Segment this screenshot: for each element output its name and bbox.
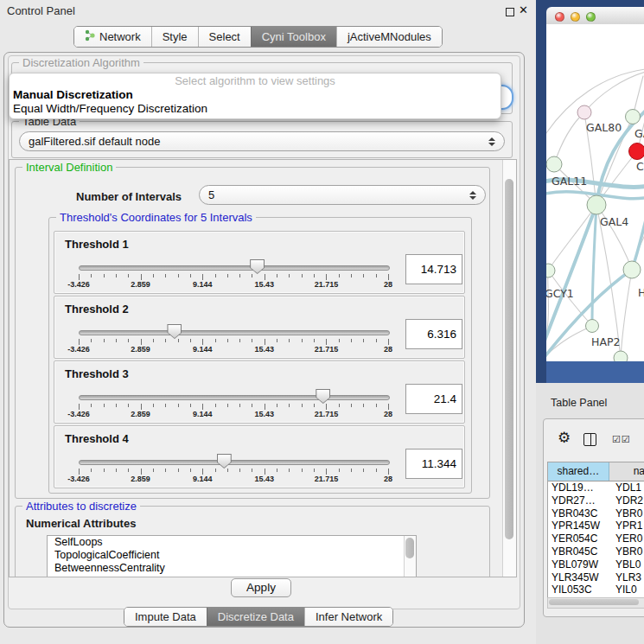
slider-track[interactable] (79, 330, 390, 335)
table-hscrollbar-thumb[interactable] (549, 599, 639, 605)
dropdown-option-equal-width-frequency-discretization[interactable]: Equal Width/Frequency Discretization (10, 102, 501, 116)
network-edge[interactable] (621, 270, 632, 358)
slider-track[interactable] (79, 460, 390, 465)
cell-shared-name[interactable]: YDL19… (548, 481, 615, 494)
network-node-ha[interactable] (623, 261, 641, 278)
cell-name[interactable]: YPR1 (615, 520, 644, 532)
table-row[interactable]: YBL079WYBL0 (548, 558, 644, 571)
tab-network[interactable]: Network (74, 27, 151, 47)
select-columns-icon[interactable]: ☑☑ (612, 434, 631, 445)
network-window-titlebar[interactable] (546, 7, 644, 25)
gear-icon[interactable]: ⚙ (558, 430, 571, 445)
network-node-c[interactable] (629, 143, 644, 160)
split-column-icon[interactable] (583, 433, 596, 446)
network-node-gal11[interactable] (546, 156, 562, 172)
bottom-tab-infer-network[interactable]: Infer Network (304, 608, 392, 626)
slider-track[interactable] (79, 265, 390, 271)
cell-shared-name[interactable]: YPR145W (548, 520, 615, 532)
bottom-tab-bar: Impute DataDiscretize DataInfer Network (124, 607, 393, 627)
table-row[interactable]: YER054CYER0 (548, 532, 644, 545)
table-row[interactable]: YDL19…YDL1 (548, 481, 644, 494)
slider-tick-labels: -3.4262.8599.14415.4321.71528 (79, 410, 388, 419)
cell-name[interactable]: YDR2 (615, 494, 644, 507)
cell-name[interactable]: YIL0 (615, 583, 644, 596)
tab-cyni-toolbox[interactable]: Cyni Toolbox (251, 27, 336, 47)
network-node-ga[interactable] (626, 110, 641, 124)
dropdown-option-manual-discretization[interactable]: Manual Discretization (10, 88, 501, 102)
tab-select[interactable]: Select (198, 27, 251, 47)
network-node-gal4[interactable] (587, 195, 606, 214)
threshold-label: Threshold 2 (65, 303, 129, 316)
network-icon (85, 29, 95, 44)
slider-thumb[interactable] (217, 454, 232, 469)
network-edge[interactable] (548, 205, 596, 271)
pane-scrollbar-thumb[interactable] (505, 179, 513, 539)
table-row[interactable]: YLR345WYLR3 (548, 571, 644, 584)
threshold-value-field[interactable]: 11.344 (405, 449, 462, 479)
table-row[interactable]: YDR27…YDR2 (548, 494, 644, 507)
bottom-tab-discretize-data[interactable]: Discretize Data (207, 608, 304, 626)
network-node-hap2[interactable] (586, 320, 599, 333)
node-table[interactable]: shared… na YDL19…YDL1YDR27…YDR2YBR043CYB… (547, 462, 644, 597)
cell-shared-name[interactable]: YBL079W (548, 558, 615, 571)
cell-name[interactable]: YER0 (615, 532, 644, 545)
cell-shared-name[interactable]: YBR043C (548, 507, 615, 520)
apply-button[interactable]: Apply (231, 578, 291, 597)
slider-thumb[interactable] (316, 389, 330, 404)
cell-shared-name[interactable]: YIL053C (548, 583, 615, 596)
network-edge[interactable] (546, 271, 549, 360)
column-header-shared-name[interactable]: shared… (548, 462, 609, 481)
num-intervals-combobox[interactable]: 5 (199, 185, 486, 205)
zoom-traffic-light-icon[interactable] (586, 12, 596, 22)
cell-name[interactable]: YBR0 (615, 545, 644, 558)
network-edge[interactable] (554, 112, 584, 164)
network-edge-highlighted[interactable] (632, 207, 644, 270)
table-row[interactable]: YBR043CYBR0 (548, 507, 644, 520)
threshold-value-field[interactable]: 6.316 (405, 319, 462, 349)
list-scrollbar[interactable] (404, 536, 416, 577)
tab-style[interactable]: Style (151, 27, 198, 47)
attribute-item-selfloops[interactable]: SelfLoops (48, 536, 416, 549)
table-row[interactable]: YIL053CYIL0 (548, 583, 644, 596)
thresholds-group: Threshold's Coordinates for 5 Intervals … (48, 217, 472, 494)
network-edge-highlighted[interactable] (592, 205, 596, 326)
tab-jactivemnodules[interactable]: jActiveMNodules (336, 27, 442, 47)
slider-track[interactable] (79, 395, 390, 400)
pane-scrollbar[interactable] (502, 160, 516, 577)
slider-ticks (79, 339, 388, 345)
attribute-item-topologicalcoefficient[interactable]: TopologicalCoefficient (48, 549, 416, 562)
table-data-combobox[interactable]: galFiltered.sif default node (19, 131, 505, 151)
cell-name[interactable]: YBL0 (615, 558, 644, 571)
dropdown-placeholder-item[interactable]: Select algorithm to view settings (10, 73, 501, 88)
network-edge[interactable] (546, 326, 592, 360)
slider-thumb[interactable] (250, 259, 265, 274)
cell-name[interactable]: YBR0 (615, 507, 644, 520)
cell-name[interactable]: YDL1 (615, 481, 644, 494)
network-node-gcy1[interactable] (546, 264, 555, 277)
cell-shared-name[interactable]: YBR045C (548, 545, 615, 558)
slider-tick-labels: -3.4262.8599.14415.4321.71528 (79, 475, 388, 484)
numerical-attributes-list[interactable]: SelfLoopsTopologicalCoefficientBetweenne… (47, 535, 417, 577)
float-icon[interactable] (506, 8, 514, 16)
interval-definition-title: Interval Definition (22, 161, 116, 174)
network-node[interactable] (614, 351, 628, 361)
minimize-traffic-light-icon[interactable] (571, 12, 580, 22)
threshold-value-field[interactable]: 21.4 (405, 384, 462, 414)
close-icon[interactable]: ✕ (519, 3, 528, 16)
table-row[interactable]: YBR045CYBR0 (548, 545, 644, 558)
bottom-tab-impute-data[interactable]: Impute Data (124, 608, 207, 626)
column-header-name[interactable]: na (609, 462, 644, 481)
network-canvas[interactable]: GAL80GACGAL11GAL4GCY1HAHAP2 (546, 24, 644, 361)
network-node-gal80[interactable] (577, 105, 591, 119)
table-hscrollbar[interactable] (547, 597, 644, 609)
cell-shared-name[interactable]: YLR345W (548, 571, 615, 584)
cell-shared-name[interactable]: YDR27… (548, 494, 615, 507)
list-scrollbar-thumb[interactable] (405, 538, 414, 558)
cell-shared-name[interactable]: YER054C (548, 532, 615, 545)
cell-name[interactable]: YLR3 (615, 571, 644, 584)
table-row[interactable]: YPR145WYPR1 (548, 520, 644, 532)
slider-thumb[interactable] (167, 324, 182, 339)
threshold-value-field[interactable]: 14.713 (405, 254, 462, 284)
close-traffic-light-icon[interactable] (555, 12, 564, 22)
attribute-item-betweennesscentrality[interactable]: BetweennessCentrality (48, 562, 416, 575)
